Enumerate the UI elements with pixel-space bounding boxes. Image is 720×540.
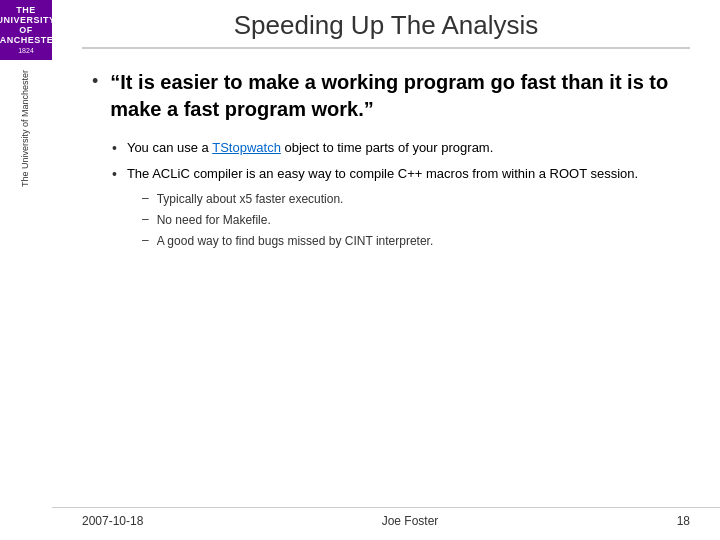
sub-sub-text-3: A good way to find bugs missed by CINT i… [157, 233, 434, 250]
sub-bullet-1-text: You can use a TStopwatch object to time … [127, 139, 493, 157]
logo-year: 1824 [18, 47, 34, 54]
sub-bullet-1-suffix: object to time parts of your program. [281, 140, 493, 155]
sub-bullet-1-dot: • [112, 140, 117, 156]
sub-sub-text-2: No need for Makefile. [157, 212, 271, 229]
sub-sub-bullet-2: – No need for Makefile. [142, 212, 680, 229]
main-content: Speeding Up The Analysis • “It is easier… [52, 0, 720, 540]
university-logo: THEUNIVERSITYOFMANCHESTER 1824 [0, 0, 52, 60]
main-bullet-item: • “It is easier to make a working progra… [92, 69, 680, 123]
dash-3: – [142, 233, 149, 247]
sub-sub-text-1: Typically about x5 faster execution. [157, 191, 344, 208]
tstopwatch-link[interactable]: TStopwatch [212, 140, 281, 155]
slide-footer: 2007-10-18 Joe Foster 18 [52, 507, 720, 528]
sub-sub-bullet-3: – A good way to find bugs missed by CINT… [142, 233, 680, 250]
sidebar: THEUNIVERSITYOFMANCHESTER 1824 The Unive… [0, 0, 52, 540]
footer-author: Joe Foster [382, 514, 439, 528]
sidebar-university-text: The University of Manchester [20, 70, 32, 187]
dash-2: – [142, 212, 149, 226]
footer-date: 2007-10-18 [82, 514, 143, 528]
sub-bullet-2: • The ACLiC compiler is an easy way to c… [112, 165, 680, 183]
sub-sub-bullet-1: – Typically about x5 faster execution. [142, 191, 680, 208]
main-quote: “It is easier to make a working program … [110, 69, 680, 123]
sub-bullet-1: • You can use a TStopwatch object to tim… [112, 139, 680, 157]
slide-content: • “It is easier to make a working progra… [82, 69, 690, 250]
dash-1: – [142, 191, 149, 205]
sub-bullets-container: • You can use a TStopwatch object to tim… [112, 139, 680, 250]
sub-sub-bullets-container: – Typically about x5 faster execution. –… [142, 191, 680, 249]
sub-bullet-1-prefix: You can use a [127, 140, 212, 155]
slide-header: Speeding Up The Analysis [82, 10, 690, 49]
sub-bullet-2-dot: • [112, 166, 117, 182]
slide-title: Speeding Up The Analysis [82, 10, 690, 41]
footer-page: 18 [677, 514, 690, 528]
sub-bullet-2-text: The ACLiC compiler is an easy way to com… [127, 165, 638, 183]
main-bullet-dot: • [92, 71, 98, 92]
